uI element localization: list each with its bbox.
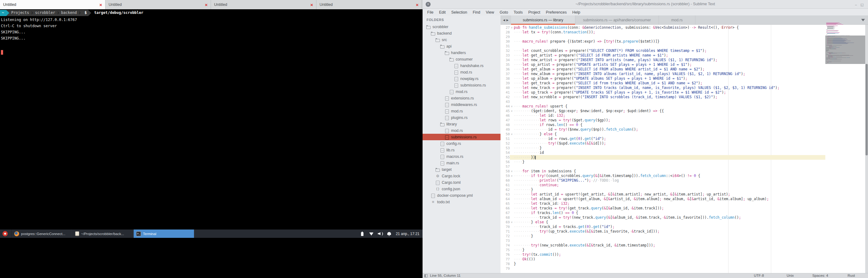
tree-folder[interactable]: library xyxy=(423,121,500,127)
notifications-bell-icon[interactable] xyxy=(387,231,392,236)
window-maximize-button[interactable]: ◱ xyxy=(861,3,864,7)
vertical-scrollbar[interactable] xyxy=(865,25,868,273)
clock[interactable]: 21 апр., 17:21 xyxy=(396,232,420,236)
minimap[interactable] xyxy=(825,25,865,273)
terminal-tab[interactable]: Untitled× xyxy=(211,0,316,9)
fold-arrow-icon[interactable]: ∨ xyxy=(510,104,514,109)
line-number: 46 xyxy=(500,113,510,118)
menu-project[interactable]: Project xyxy=(526,10,543,14)
fold-gutter xyxy=(510,118,514,123)
tree-item-label: middlewares.rs xyxy=(451,103,477,107)
menu-find[interactable]: Find xyxy=(470,10,483,14)
fold-arrow-icon[interactable]: ∨ xyxy=(510,174,514,178)
menu-help[interactable]: Help xyxy=(569,10,583,14)
terminal-output-area[interactable]: ~ Projects❯scrobbler❯backend❯$ target/de… xyxy=(0,9,423,230)
applications-menu-icon[interactable] xyxy=(2,231,8,236)
menu-selection[interactable]: Selection xyxy=(448,10,470,14)
tab-nav-left-icon[interactable]: ◀ xyxy=(503,19,505,22)
line-number: 32 xyxy=(500,48,510,53)
title-bar[interactable]: × ~/Projects/scrobbler/backend/src/libra… xyxy=(423,0,868,9)
editor-tab[interactable]: mod.rs xyxy=(659,15,695,25)
code-editor[interactable]: 27∨pub·fn·handle_submissions(conn:·&Gene… xyxy=(500,25,825,273)
tree-folder[interactable]: backend xyxy=(423,30,500,36)
fold-gutter xyxy=(510,224,514,229)
line-number: 53 xyxy=(500,146,510,150)
fold-arrow-icon[interactable]: ∨ xyxy=(510,169,514,174)
tree-file[interactable]: {}config.json xyxy=(423,186,500,192)
line-number: 73 xyxy=(500,239,510,243)
battery-icon[interactable] xyxy=(360,231,365,236)
tree-file[interactable]: mod.rs xyxy=(423,69,500,75)
code-line-73: 73 xyxy=(500,239,825,243)
tab-close-icon[interactable]: × xyxy=(416,2,418,7)
tree-file[interactable]: lib.rs xyxy=(423,147,500,153)
menu-tools[interactable]: Tools xyxy=(511,10,525,14)
tree-file[interactable]: mod.rs xyxy=(423,88,500,95)
line-number: 50 xyxy=(500,132,510,137)
fold-arrow-icon[interactable]: ∨ xyxy=(510,220,514,224)
tree-file[interactable]: ⚙Cargo.lock xyxy=(423,173,500,179)
fold-arrow-icon[interactable]: ∨ xyxy=(510,132,514,137)
statusbar-panel-icon[interactable] xyxy=(425,274,428,277)
terminal-tab[interactable]: Untitled× xyxy=(0,0,105,9)
fold-arrow-icon[interactable]: ∨ xyxy=(510,109,514,113)
statusbar-item[interactable]: Unix xyxy=(787,274,794,277)
code-line-31: 31 xyxy=(500,44,825,48)
tree-file[interactable]: docker-compose.yml xyxy=(423,192,500,199)
code-line-60: 60············println!("SKIPPING...");·/… xyxy=(500,178,825,183)
tree-file[interactable]: middlewares.rs xyxy=(423,101,500,108)
terminal-tab[interactable]: Untitled× xyxy=(316,0,422,9)
tree-folder[interactable]: api xyxy=(423,43,500,49)
menu-preferences[interactable]: Preferences xyxy=(543,10,569,14)
menu-goto[interactable]: Goto xyxy=(497,10,511,14)
taskbar-window-button[interactable]: >_Terminal xyxy=(133,230,194,238)
tab-close-icon[interactable]: × xyxy=(99,2,102,7)
statusbar-item[interactable]: UTF-8 xyxy=(754,274,764,277)
statusbar-item[interactable]: Spaces: 4 xyxy=(812,274,828,277)
tree-folder[interactable]: handlers xyxy=(423,49,500,56)
tree-file[interactable]: mod.rs xyxy=(423,108,500,114)
tree-folder[interactable]: target xyxy=(423,166,500,173)
taskbar-window-button[interactable]: postgres::GenericConnect... xyxy=(11,230,72,238)
tree-file[interactable]: plugins.rs xyxy=(423,114,500,121)
terminal-tab[interactable]: Untitled× xyxy=(105,0,211,9)
fold-arrow-icon[interactable]: ∨ xyxy=(510,25,514,30)
code-line-79: 79 xyxy=(500,266,825,271)
code-line-66: 66········let·tracks·=·try!(get_track.qu… xyxy=(500,206,825,211)
tree-file[interactable]: handshake.rs xyxy=(423,62,500,69)
tree-file[interactable]: submissions.rs xyxy=(423,82,500,88)
window-minimize-button[interactable]: – xyxy=(855,3,857,6)
menu-file[interactable]: File xyxy=(425,10,436,14)
tree-file[interactable]: ≡todo.txt xyxy=(423,199,500,205)
statusbar-item[interactable]: Rust xyxy=(847,274,855,277)
tree-file[interactable]: Cargo.toml xyxy=(423,179,500,186)
menu-view[interactable]: View xyxy=(483,10,497,14)
volume-icon[interactable] xyxy=(378,231,383,236)
tree-file[interactable]: extensions.rs xyxy=(423,95,500,101)
menu-edit[interactable]: Edit xyxy=(436,10,448,14)
editor-tab[interactable]: submissions.rs — api/handlers/consumer xyxy=(576,15,659,25)
tree-file[interactable]: submissions.rs xyxy=(423,134,500,140)
tree-folder[interactable]: scrobbler xyxy=(423,24,500,30)
tree-file[interactable]: macros.rs xyxy=(423,153,500,160)
tree-folder[interactable]: src xyxy=(423,36,500,43)
tree-file[interactable]: config.rs xyxy=(423,140,500,147)
tree-file[interactable]: nowplay.rs xyxy=(423,75,500,82)
taskbar-window-button[interactable]: ~/Projects/scrobbler/back... xyxy=(72,230,133,238)
tree-file[interactable]: mod.rs xyxy=(423,127,500,134)
tab-overflow-icon[interactable] xyxy=(861,19,865,21)
wifi-icon[interactable] xyxy=(369,231,374,236)
scrollbar-thumb[interactable] xyxy=(866,64,868,155)
minimap-viewport[interactable] xyxy=(825,36,865,64)
prompt-end-arrow xyxy=(88,10,91,16)
tree-folder[interactable]: consumer xyxy=(423,56,500,62)
file-icon xyxy=(450,90,454,94)
tab-close-icon[interactable]: × xyxy=(310,2,313,7)
tab-nav-right-icon[interactable]: ▶ xyxy=(506,19,508,22)
folder-open-icon xyxy=(445,51,449,55)
tab-close-icon[interactable]: × xyxy=(205,2,208,7)
editor-tab[interactable]: submissions.rs — library xyxy=(511,15,576,25)
folder-open-icon xyxy=(426,25,431,29)
tree-file[interactable]: main.rs xyxy=(423,160,500,166)
line-number: 29 xyxy=(500,35,510,39)
